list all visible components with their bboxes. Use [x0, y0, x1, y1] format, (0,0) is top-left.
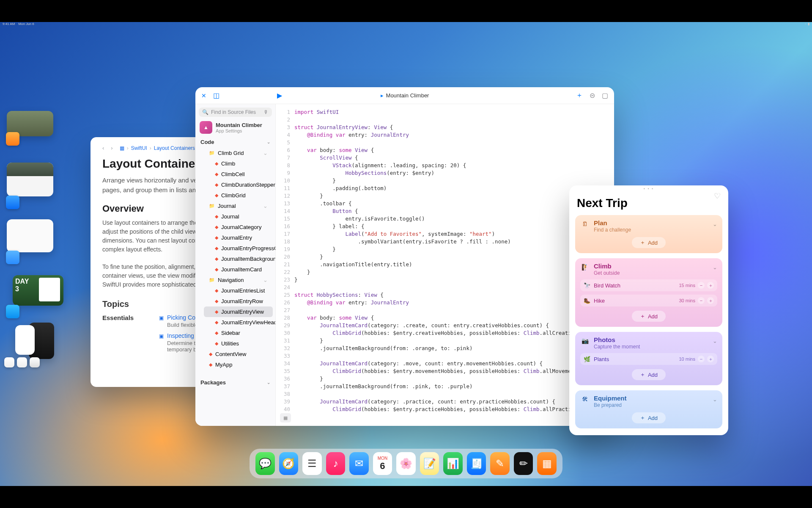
window-title: Mountain Climber	[386, 92, 429, 99]
mic-icon[interactable]: 🎙	[263, 109, 269, 115]
stage-thumb-5b[interactable]	[15, 325, 35, 355]
add-button[interactable]: ＋Add	[632, 311, 666, 322]
file-journalentryviewheader[interactable]: ◆JournalEntryViewHeader	[204, 317, 273, 328]
run-button[interactable]: ▶	[277, 91, 282, 99]
dock-messages[interactable]: 💬	[255, 452, 275, 475]
safari-icon[interactable]	[6, 196, 19, 209]
file-journalcategory[interactable]: ◆JournalCategory	[204, 222, 273, 232]
window-grabber[interactable]: • • •	[644, 187, 654, 191]
file-climbcell[interactable]: ◆ClimbCell	[204, 169, 273, 179]
file-sidebar[interactable]: ◆Sidebar	[204, 328, 273, 338]
project-header[interactable]: ▲ Mountain Climber App Settings	[200, 121, 271, 134]
activity-row[interactable]: 🔭Bird Watch 15 mins−＋	[580, 279, 717, 291]
chevron-down-icon[interactable]: ⌄	[713, 264, 717, 271]
dock-photos[interactable]: 🌸	[396, 452, 416, 475]
binoculars-icon: 🔭	[584, 282, 590, 289]
file-climbdurationstepper[interactable]: ◆ClimbDurationStepper	[204, 179, 273, 190]
card-climb[interactable]: 🧗 Climb Get outside ⌄ 🔭Bird Watch 15 min…	[575, 258, 722, 327]
file-journalentry[interactable]: ◆JournalEntry	[204, 232, 273, 243]
dock-pages[interactable]: ✎	[490, 452, 510, 475]
file-journalentryview[interactable]: ◆JournalEntryView	[204, 306, 273, 317]
dock-playgrounds[interactable]: ▦	[537, 452, 557, 475]
file-utilities[interactable]: ◆Utilities	[204, 338, 273, 349]
forward-button[interactable]: ›	[111, 145, 112, 151]
dock-calendar[interactable]: MON6	[373, 452, 392, 475]
notes-icon-mini[interactable]	[30, 357, 40, 367]
keynote-icon[interactable]	[6, 305, 19, 318]
stage-thumb-3[interactable]	[7, 219, 53, 252]
files-icon[interactable]	[4, 357, 14, 367]
folder-journal[interactable]: 📁 Journal ⌄	[198, 201, 273, 211]
file-journalentrieslist[interactable]: ◆JournalEntriesList	[204, 285, 273, 296]
add-button[interactable]: ＋Add	[632, 412, 666, 423]
chevron-down-icon[interactable]: ⌄	[713, 396, 717, 403]
folder-navigation[interactable]: 📁 Navigation ⌄	[198, 275, 273, 285]
project-navigator[interactable]: 🔍 Find in Source Files 🎙 ▲ Mountain Clim…	[195, 104, 276, 426]
dock-keynote[interactable]: 🧾	[467, 452, 486, 475]
favorite-button[interactable]: ♡	[714, 191, 721, 201]
dock-music[interactable]: ♪	[326, 452, 346, 475]
pages-icon[interactable]	[6, 132, 19, 146]
console-toggle[interactable]: ▦	[280, 413, 291, 422]
file-journalitembackground[interactable]: ◆JournalItemBackground	[204, 254, 273, 264]
close-button[interactable]: ✕	[201, 92, 206, 99]
card-photos[interactable]: 📷 Photos Capture the moment ⌄ 🌿Plants 10…	[575, 332, 722, 385]
library-button[interactable]: ▢	[602, 91, 608, 99]
dock-procreate[interactable]: ✏	[514, 452, 533, 475]
add-button[interactable]: ＋Add	[632, 237, 666, 248]
folder-icon: 📁	[209, 277, 215, 283]
file-journal[interactable]: ◆Journal	[204, 211, 273, 222]
chevron-down-icon[interactable]: ⌄	[713, 221, 717, 227]
dock-reminders[interactable]: ☰	[302, 452, 322, 475]
file-myapp[interactable]: ◆MyApp	[198, 359, 273, 370]
mail-icon[interactable]	[6, 251, 19, 264]
code-editor[interactable]: 1234567891011121314151617181920212223242…	[276, 104, 614, 426]
add-button[interactable]: ＋Add	[632, 369, 666, 380]
section-packages[interactable]: Packages⌄	[195, 377, 275, 388]
chevron-down-icon: ⌄	[263, 277, 268, 283]
file-journalentryprogresscircle[interactable]: ◆JournalEntryProgressCircle	[204, 243, 273, 254]
card-equipment[interactable]: 🛠 Equipment Be prepared ⌄ ＋Add	[575, 390, 722, 428]
dock-mail[interactable]: ✉	[349, 452, 369, 475]
minimize-button[interactable]: ⊝	[590, 91, 595, 99]
file-climbgrid[interactable]: ◆ClimbGrid	[204, 190, 273, 201]
chevron-down-icon[interactable]: ⌄	[713, 338, 717, 344]
back-button[interactable]: ‹	[102, 145, 104, 151]
plus-button[interactable]: ＋	[707, 282, 714, 289]
stage-thumb-2[interactable]	[7, 163, 53, 196]
desktop: 9:41 AM Mon Jun 6 ◦ ▮ DAY3 ‹ › ▦ › Swift…	[0, 22, 812, 486]
crumb-swiftui[interactable]: SwiftUI	[131, 145, 147, 151]
minus-button[interactable]: −	[698, 282, 705, 289]
plus-button[interactable]: ＋	[707, 356, 714, 362]
dock-notes[interactable]: 📝	[420, 452, 439, 475]
swift-file-icon: ◆	[215, 235, 218, 240]
folder-climb-grid[interactable]: 📁 Climb Grid ⌄	[198, 148, 273, 158]
activity-row[interactable]: 🥾Hike 30 mins−＋	[580, 295, 717, 306]
chevron-down-icon: ⌄	[267, 380, 270, 385]
activity-row[interactable]: 🌿Plants 10 mins−＋	[580, 353, 717, 365]
wifi-icon: ◦	[805, 22, 806, 26]
calendar-icon: 🗓	[580, 219, 590, 229]
crumb-layout-containers[interactable]: Layout Containers	[154, 145, 195, 151]
minus-button[interactable]: −	[698, 297, 705, 304]
hiker-icon: 🧗	[580, 262, 590, 272]
minus-button[interactable]: −	[698, 356, 705, 362]
card-plan[interactable]: 🗓 Plan Find a challenge ⌄ ＋Add	[575, 215, 722, 253]
dock-safari[interactable]: 🧭	[279, 452, 299, 475]
dock-numbers[interactable]: 📊	[443, 452, 463, 475]
file-climb[interactable]: ◆Climb	[204, 158, 273, 169]
next-trip-panel[interactable]: • • • ♡ Next Trip 🗓 Plan Find a challeng…	[569, 185, 728, 435]
section-code[interactable]: Code⌄	[195, 136, 275, 148]
add-button[interactable]: ＋	[576, 91, 583, 100]
file-journalentryrow[interactable]: ◆JournalEntryRow	[204, 296, 273, 306]
dock[interactable]: 💬 🧭 ☰ ♪ ✉ MON6 🌸 📝 📊 🧾 ✎ ✏ ▦	[250, 449, 562, 478]
books-icon[interactable]	[17, 357, 27, 367]
plus-button[interactable]: ＋	[707, 297, 714, 304]
sidebar-toggle-icon[interactable]: ◫	[213, 91, 219, 99]
file-contentview[interactable]: ◆ContentView	[198, 349, 273, 359]
plus-icon: ＋	[640, 312, 645, 320]
stage-thumb-4[interactable]: DAY3	[13, 275, 63, 306]
file-journalitemcard[interactable]: ◆JournalItemCard	[204, 264, 273, 275]
search-input[interactable]: 🔍 Find in Source Files 🎙	[199, 108, 272, 117]
playgrounds-window[interactable]: • • • ✕ ◫ ▶ ▸ Mountain Climber ＋ ⊝ ▢ 🔍 F…	[195, 87, 614, 426]
